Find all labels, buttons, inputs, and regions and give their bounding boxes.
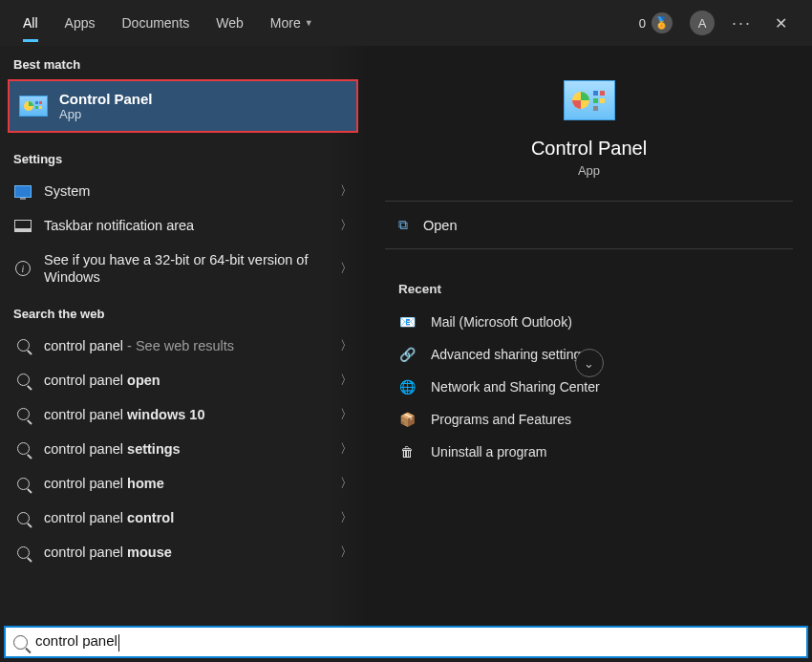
close-button[interactable]: ✕ bbox=[769, 11, 793, 36]
svg-rect-9 bbox=[600, 98, 605, 103]
web-result-item[interactable]: control panel - See web results〉 bbox=[0, 329, 366, 363]
tab-all[interactable]: All bbox=[10, 0, 52, 46]
svg-rect-10 bbox=[593, 106, 598, 111]
search-icon bbox=[13, 339, 32, 352]
chevron-right-icon: 〉 bbox=[340, 182, 353, 200]
preview-subtitle: App bbox=[578, 163, 600, 178]
recent-item[interactable]: 📧Mail (Microsoft Outlook) bbox=[385, 306, 793, 338]
rewards-indicator[interactable]: 0 🏅 bbox=[639, 12, 673, 33]
tab-more-label: More bbox=[270, 15, 301, 31]
settings-item-label: System bbox=[44, 182, 329, 200]
recent-item-label: Uninstall a program bbox=[431, 444, 546, 459]
tab-more[interactable]: More ▼ bbox=[257, 0, 327, 46]
control-panel-icon-large bbox=[564, 80, 615, 120]
search-icon bbox=[13, 442, 32, 455]
rewards-points: 0 bbox=[639, 16, 646, 31]
search-query-text: control panel bbox=[35, 632, 119, 651]
search-icon bbox=[13, 478, 32, 490]
more-options-button[interactable]: ··· bbox=[732, 13, 752, 33]
chevron-right-icon: 〉 bbox=[340, 217, 353, 234]
web-result-item[interactable]: control panel home〉 bbox=[0, 466, 366, 501]
recent-item-label: Advanced sharing settings bbox=[431, 347, 588, 362]
svg-rect-3 bbox=[35, 106, 38, 109]
web-result-item[interactable]: control panel settings〉 bbox=[0, 432, 366, 466]
tab-web[interactable]: Web bbox=[203, 0, 257, 46]
tabs: All Apps Documents Web More ▼ bbox=[10, 0, 327, 46]
info-icon: i bbox=[13, 261, 32, 276]
recent-item[interactable]: 📦Programs and Features bbox=[385, 403, 793, 436]
open-label: Open bbox=[423, 218, 457, 233]
recent-item-label: Programs and Features bbox=[431, 412, 571, 427]
web-result-label: control panel windows 10 bbox=[44, 406, 329, 423]
svg-rect-7 bbox=[600, 91, 605, 96]
web-result-label: control panel control bbox=[44, 509, 329, 526]
chevron-right-icon: 〉 bbox=[340, 475, 353, 492]
settings-item-label: Taskbar notification area bbox=[44, 217, 329, 234]
text-caret bbox=[118, 634, 119, 651]
chevron-right-icon: 〉 bbox=[340, 544, 353, 561]
recent-header: Recent bbox=[385, 276, 793, 306]
settings-item-bitness[interactable]: i See if you have a 32-bit or 64-bit ver… bbox=[0, 243, 366, 294]
account-avatar[interactable]: A bbox=[690, 11, 715, 35]
recent-item-icon: 📧 bbox=[398, 313, 416, 331]
search-icon bbox=[13, 635, 28, 650]
open-action[interactable]: ⧉ Open bbox=[385, 202, 793, 248]
recent-item-icon: 🗑 bbox=[398, 443, 416, 460]
settings-item-system[interactable]: System 〉 bbox=[0, 174, 366, 208]
chevron-right-icon: 〉 bbox=[340, 260, 353, 277]
recent-item-icon: 📦 bbox=[398, 411, 416, 428]
preview-pane: Control Panel App ⧉ Open ⌄ Recent 📧Mail … bbox=[366, 46, 812, 627]
medal-icon: 🏅 bbox=[652, 12, 673, 33]
recent-item-label: Mail (Microsoft Outlook) bbox=[431, 314, 572, 330]
web-result-label: control panel - See web results bbox=[44, 337, 329, 354]
best-match-subtitle: App bbox=[59, 107, 153, 121]
search-icon bbox=[13, 374, 32, 386]
web-result-label: control panel mouse bbox=[44, 544, 329, 561]
svg-rect-2 bbox=[39, 101, 42, 104]
web-result-item[interactable]: control panel open〉 bbox=[0, 363, 366, 397]
recent-item[interactable]: 🗑Uninstall a program bbox=[385, 436, 793, 468]
content-area: Best match Control Panel App Settings Sy… bbox=[0, 46, 812, 627]
svg-rect-1 bbox=[35, 101, 38, 104]
best-match-header: Best match bbox=[0, 46, 366, 79]
recent-item-icon: 🌐 bbox=[398, 378, 416, 395]
preview-title: Control Panel bbox=[531, 138, 647, 160]
web-result-label: control panel home bbox=[44, 475, 329, 492]
search-icon bbox=[13, 408, 32, 420]
search-icon bbox=[13, 512, 32, 524]
chevron-down-icon: ▼ bbox=[305, 18, 313, 28]
divider bbox=[385, 248, 793, 249]
best-match-result[interactable]: Control Panel App bbox=[8, 79, 358, 133]
preview-header: Control Panel App bbox=[385, 63, 793, 201]
svg-rect-6 bbox=[593, 91, 598, 96]
settings-item-label: See if you have a 32-bit or 64-bit versi… bbox=[44, 251, 329, 286]
svg-rect-8 bbox=[593, 98, 598, 103]
control-panel-icon bbox=[19, 96, 48, 117]
chevron-right-icon: 〉 bbox=[340, 406, 353, 423]
web-header: Search the web bbox=[0, 295, 366, 329]
best-match-title: Control Panel bbox=[59, 91, 153, 107]
web-result-item[interactable]: control panel control〉 bbox=[0, 501, 366, 535]
svg-rect-4 bbox=[39, 106, 42, 109]
expand-toggle[interactable]: ⌄ bbox=[575, 349, 604, 377]
chevron-right-icon: 〉 bbox=[340, 509, 353, 526]
web-result-label: control panel settings bbox=[44, 440, 329, 458]
settings-item-taskbar[interactable]: Taskbar notification area 〉 bbox=[0, 208, 366, 243]
results-pane: Best match Control Panel App Settings Sy… bbox=[0, 46, 366, 627]
web-result-item[interactable]: control panel mouse〉 bbox=[0, 535, 366, 569]
tab-apps[interactable]: Apps bbox=[52, 0, 109, 46]
topbar-right: 0 🏅 A ··· ✕ bbox=[639, 11, 802, 36]
search-input[interactable]: control panel bbox=[4, 626, 808, 658]
chevron-right-icon: 〉 bbox=[340, 337, 353, 354]
best-match-text: Control Panel App bbox=[59, 91, 153, 121]
monitor-icon bbox=[13, 185, 32, 198]
chevron-right-icon: 〉 bbox=[340, 440, 353, 458]
recent-item-icon: 🔗 bbox=[398, 346, 416, 363]
search-icon bbox=[13, 546, 32, 559]
top-tab-bar: All Apps Documents Web More ▼ 0 🏅 A ··· … bbox=[0, 0, 812, 46]
open-icon: ⧉ bbox=[398, 217, 408, 233]
tab-documents[interactable]: Documents bbox=[108, 0, 203, 46]
web-result-item[interactable]: control panel windows 10〉 bbox=[0, 397, 366, 432]
settings-header: Settings bbox=[0, 140, 366, 174]
chevron-right-icon: 〉 bbox=[340, 372, 353, 389]
